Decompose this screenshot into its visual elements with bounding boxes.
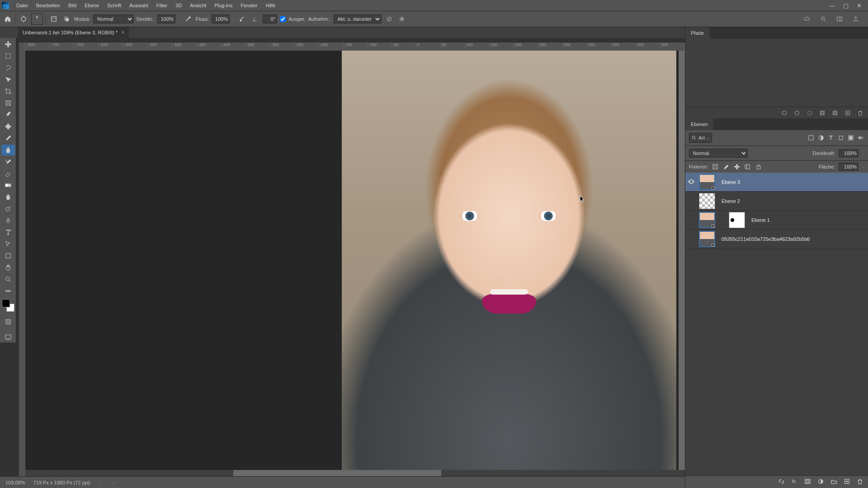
layer-row[interactable]: 09265c211e010a725e3ba4623a92b5b6: [685, 230, 868, 249]
dropdown-arrow-icon[interactable]: ⌵: [862, 151, 864, 155]
menu-auswahl[interactable]: Auswahl: [126, 1, 152, 10]
aufnehmen-select[interactable]: Akt. u. darunter: [334, 14, 382, 23]
clone-stamp-tool[interactable]: [1, 145, 15, 155]
stroke-path-icon[interactable]: [794, 110, 800, 116]
status-more-icon[interactable]: ›: [99, 480, 100, 485]
color-swatches[interactable]: [2, 299, 14, 312]
layer-fx-icon[interactable]: fx: [791, 478, 798, 486]
layer-row[interactable]: Ebene 1: [685, 211, 868, 230]
add-mask-icon[interactable]: [832, 110, 838, 116]
filter-smart-icon[interactable]: [847, 134, 854, 141]
fluss-input[interactable]: [212, 14, 230, 23]
layer-group-icon[interactable]: [830, 478, 837, 486]
move-tool[interactable]: [1, 39, 15, 50]
quick-mask-icon[interactable]: [1, 316, 15, 327]
lock-nesting-icon[interactable]: [744, 163, 751, 170]
layer-thumbnail[interactable]: [699, 231, 715, 247]
ignore-adjustment-icon[interactable]: [384, 14, 394, 24]
fill-path-icon[interactable]: [781, 110, 788, 116]
selection-from-path-icon[interactable]: [807, 110, 813, 116]
filter-shape-icon[interactable]: [837, 134, 844, 141]
layer-row[interactable]: Ebene 2: [685, 192, 868, 211]
status-nav-icon[interactable]: ‹: [113, 480, 115, 485]
layer-visibility-toggle[interactable]: [687, 179, 695, 185]
frame-tool[interactable]: [1, 98, 15, 108]
layer-name[interactable]: Ebene 2: [722, 198, 740, 204]
modus-select[interactable]: Normal: [93, 14, 134, 23]
brush-panel-icon[interactable]: [49, 14, 59, 24]
doc-info[interactable]: 719 Px x 1080 Px (72 ppi): [33, 480, 90, 485]
fill-input[interactable]: [839, 163, 859, 171]
workspace-icon[interactable]: [835, 14, 844, 24]
pfade-tab[interactable]: Pfade: [685, 27, 709, 39]
screen-mode-icon[interactable]: [1, 332, 15, 343]
delete-layer-icon[interactable]: [857, 478, 863, 486]
horizontal-scrollbar[interactable]: [25, 470, 685, 476]
dropdown-arrow-icon[interactable]: ⌵: [178, 17, 180, 21]
menu-filter[interactable]: Filter: [153, 1, 171, 10]
blend-mode-select[interactable]: Normal: [689, 149, 748, 158]
tab-close-icon[interactable]: ×: [121, 29, 124, 36]
layer-name[interactable]: 09265c211e010a725e3ba4623a92b5b6: [722, 236, 810, 242]
link-layers-icon[interactable]: [778, 478, 785, 486]
menu-schrift[interactable]: Schrift: [104, 1, 125, 10]
maximize-icon[interactable]: ▢: [843, 2, 849, 9]
document-tab[interactable]: Unbenannt-1 bei 109% (Ebene 3, RGB/8) * …: [18, 27, 129, 38]
history-brush-tool[interactable]: [1, 156, 15, 167]
dropdown-arrow-icon[interactable]: ⌵: [232, 17, 235, 21]
filter-pixel-icon[interactable]: [807, 134, 815, 141]
menu-datei[interactable]: Datei: [13, 1, 32, 10]
menu-plugins[interactable]: Plug-ins: [211, 1, 236, 10]
menu-bearbeiten[interactable]: Bearbeiten: [33, 1, 64, 10]
layer-thumbnail[interactable]: [699, 174, 715, 190]
menu-fenster[interactable]: Fenster: [237, 1, 261, 10]
delete-path-icon[interactable]: [857, 110, 863, 116]
canvas[interactable]: [25, 51, 685, 476]
menu-hilfe[interactable]: Hilfe: [262, 1, 279, 10]
layer-thumbnail[interactable]: [699, 212, 715, 228]
angle-input[interactable]: [263, 14, 277, 23]
healing-brush-tool[interactable]: [1, 121, 15, 132]
lock-all-icon[interactable]: [755, 163, 762, 170]
layer-name[interactable]: Ebene 3: [722, 179, 740, 185]
brush-preset-picker[interactable]: ·: [31, 13, 43, 25]
layer-mask-icon[interactable]: [804, 478, 811, 486]
path-select-tool[interactable]: [1, 239, 15, 249]
current-tool-icon[interactable]: [19, 14, 28, 24]
lasso-tool[interactable]: [1, 62, 15, 73]
new-layer-icon[interactable]: [844, 478, 850, 486]
foreground-color[interactable]: [2, 299, 10, 307]
zoom-level[interactable]: 109,08%: [5, 480, 25, 485]
shape-tool[interactable]: [1, 250, 15, 261]
layer-name[interactable]: Ebene 1: [751, 217, 770, 223]
deckkraft-input[interactable]: [157, 14, 175, 23]
zoom-tool[interactable]: [1, 274, 15, 285]
crop-tool[interactable]: [1, 86, 15, 97]
menu-bild[interactable]: Bild: [65, 1, 80, 10]
menu-ebene[interactable]: Ebene: [81, 1, 103, 10]
gradient-tool[interactable]: [1, 180, 15, 191]
adjustment-layer-icon[interactable]: [817, 478, 824, 486]
minimize-icon[interactable]: —: [829, 2, 835, 9]
layer-filter-type[interactable]: Art ⌵: [689, 133, 712, 143]
new-path-icon[interactable]: [844, 110, 851, 116]
layer-row[interactable]: Ebene 3: [685, 173, 868, 192]
home-icon[interactable]: [3, 14, 13, 24]
hand-tool[interactable]: [1, 262, 15, 273]
airbrush-icon[interactable]: [237, 14, 247, 24]
layer-mask-thumbnail[interactable]: [729, 212, 745, 228]
brush-tool[interactable]: [1, 133, 15, 144]
clone-source-icon[interactable]: [61, 14, 71, 24]
type-tool[interactable]: [1, 227, 15, 238]
close-icon[interactable]: ✕: [857, 2, 862, 9]
menu-3d[interactable]: 3D: [172, 1, 185, 10]
dropdown-arrow-icon[interactable]: ⌵: [862, 164, 864, 169]
ebenen-tab[interactable]: Ebenen: [685, 118, 713, 130]
vertical-scrollbar[interactable]: [679, 51, 685, 470]
layer-thumbnail[interactable]: [699, 193, 715, 209]
marquee-tool[interactable]: [1, 51, 15, 61]
blur-tool[interactable]: [1, 192, 15, 202]
ausgerichtet-checkbox[interactable]: [280, 16, 286, 22]
eraser-tool[interactable]: [1, 168, 15, 179]
filter-adjust-icon[interactable]: [817, 134, 825, 141]
